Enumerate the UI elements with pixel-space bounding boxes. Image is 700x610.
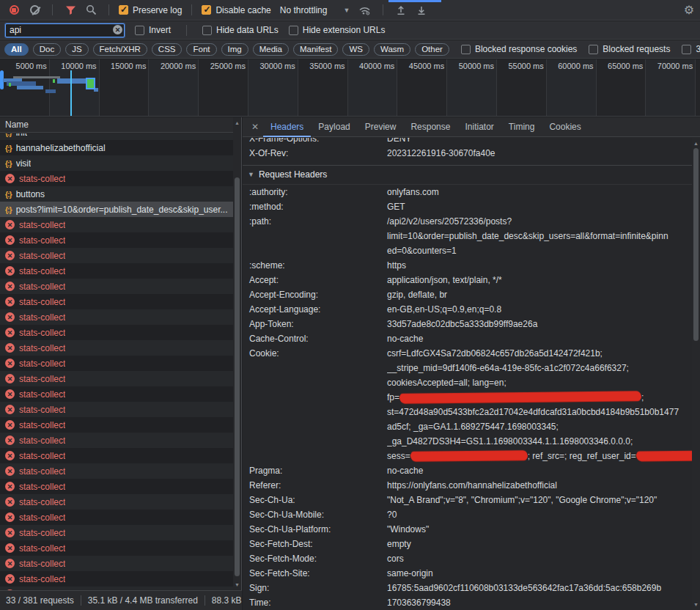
hide-extension-urls-checkbox[interactable]: Hide extension URLs [289,25,386,35]
network-conditions-button[interactable] [357,2,373,18]
filter-pill-all[interactable]: All [4,43,29,56]
request-row[interactable]: ✕stats-collect [0,340,233,356]
overview-tick-label: 30000 ms [259,62,295,70]
request-row[interactable]: ✕stats-collect [0,232,233,248]
clear-filter-icon[interactable]: ✕ [113,25,122,34]
request-row[interactable]: {:}init [0,133,233,140]
scroll-up-icon[interactable]: ▲ [233,119,241,127]
request-list-viewport: {:}init{:}hannahelizabethofficial{:}visi… [0,133,233,590]
error-icon: ✕ [5,297,15,306]
details-scrollbar[interactable]: ▲ ▼ [692,138,700,610]
close-details-button[interactable]: ✕ [248,122,262,132]
request-row[interactable]: ✕stats-collect [0,417,233,433]
network-overview[interactable]: 5000 ms10000 ms15000 ms20000 ms25000 ms3… [0,59,700,117]
search-button[interactable] [83,2,99,18]
invert-label: Invert [149,25,171,35]
filter-pill-img[interactable]: Img [221,43,248,56]
throttling-dropdown[interactable]: No throttling ▼ [280,5,350,15]
checkbox-3rd-party-requests[interactable]: 3rd-party requests [682,44,700,54]
json-icon: {:} [5,190,12,199]
overview-tick-label: 70000 ms [657,62,693,70]
checkbox-blocked-requests[interactable]: Blocked requests [589,44,670,54]
request-list-scrollbar[interactable]: ▲ ▼ [233,117,241,590]
name-column-header[interactable]: Name [0,117,241,133]
hide-data-urls-checkbox[interactable]: Hide data URLs [202,25,279,35]
settings-button[interactable]: ⚙ [684,4,694,16]
request-row[interactable]: ✕stats-collect [0,386,233,402]
checkbox-blocked-response-cookies[interactable]: Blocked response cookies [461,44,577,54]
request-row[interactable]: ✕stats-collect [0,309,233,325]
request-row[interactable]: ✕stats-collect [0,217,233,232]
section-title: Request Headers [259,169,327,180]
request-row[interactable]: ✕stats-collect [0,294,233,309]
filter-toggle-button[interactable] [62,2,78,18]
request-row[interactable]: ✕stats-collect [0,433,233,448]
request-row[interactable]: ✕stats-collect [0,556,233,571]
preserve-log-label: Preserve log [133,5,182,15]
scroll-down-icon[interactable]: ▼ [233,581,241,589]
preserve-log-checkbox[interactable]: Preserve log [119,5,182,15]
filter-input[interactable] [5,23,125,37]
request-row[interactable]: {:}visit [0,155,233,171]
request-row[interactable]: ✕stats-collect [0,525,233,540]
header-value-line: sess=; ref_src=; reg_ref_user_id= [387,449,692,463]
scroll-up-icon[interactable]: ▲ [692,139,700,147]
tab-headers[interactable]: Headers [263,117,311,137]
filter-pill-wasm[interactable]: Wasm [374,43,410,56]
error-icon: ✕ [5,220,15,229]
filter-pill-other[interactable]: Other [415,43,449,56]
invert-checkbox[interactable]: Invert [135,25,171,35]
request-name: stats-collect [19,374,65,384]
header-row: Sign:16785:5aad9602cf110608b03133de56364… [243,581,692,595]
request-row[interactable]: ✕stats-collect [0,463,233,479]
tab-payload[interactable]: Payload [311,117,357,137]
tab-cookies[interactable]: Cookies [542,117,588,137]
request-row[interactable]: ✕stats-collect [0,571,233,587]
request-row[interactable]: ✕stats-collect [0,171,233,186]
request-row[interactable]: ✕stats-collect [0,325,233,340]
request-row[interactable]: ✕stats-collect [0,479,233,494]
request-row[interactable]: ✕stats-collect [0,248,233,263]
filter-pill-js[interactable]: JS [65,43,88,56]
tab-timing[interactable]: Timing [501,117,542,137]
request-row[interactable]: ✕stats-collect [0,402,233,417]
filter-pill-doc[interactable]: Doc [33,43,61,56]
filter-pill-ws[interactable]: WS [342,43,369,56]
disable-cache-checkbox[interactable]: Disable cache [202,5,270,15]
filter-pill-media[interactable]: Media [253,43,289,56]
request-row[interactable]: ✕stats-collect [0,448,233,463]
tab-preview[interactable]: Preview [358,117,404,137]
request-row[interactable]: {:}hannahelizabethofficial [0,140,233,155]
export-har-button[interactable] [413,2,430,18]
scrollbar-thumb[interactable] [235,177,240,576]
clear-button[interactable] [26,2,43,18]
request-row[interactable]: ✕stats-collect [0,510,233,525]
filter-pill-manifest[interactable]: Manifest [293,43,338,56]
header-name: Accept-Encoding: [243,287,387,302]
record-button[interactable] [6,2,22,18]
request-row[interactable]: ✕stats-collect [0,279,233,294]
checkbox-checked-icon [202,5,211,15]
request-row[interactable]: ✕stats-collect [0,356,233,371]
header-value-line: __stripe_mid=9df140f6-e64a-419e-85fc-a1c… [387,361,692,375]
scroll-down-icon[interactable]: ▼ [692,600,700,609]
tab-response[interactable]: Response [403,117,457,137]
request-row[interactable]: ✕stats-collect [0,371,233,386]
request-name: buttons [16,189,45,199]
import-har-button[interactable] [393,2,409,18]
request-row[interactable]: ✕stats-collect [0,540,233,556]
request-headers-section-header[interactable]: ▼ Request Headers [243,165,692,185]
scrollbar-thumb[interactable] [693,148,699,341]
header-row: Accept-Language:en-GB,en-US;q=0.9,en;q=0… [243,302,692,317]
request-row[interactable]: {:}buttons [0,186,233,202]
request-name: stats-collect [19,405,65,415]
filter-pill-css[interactable]: CSS [152,43,183,56]
tab-initiator[interactable]: Initiator [457,117,501,137]
request-row[interactable]: ✕stats-collect [0,263,233,279]
overview-tick-label: 5000 ms [16,62,47,70]
filter-pill-font[interactable]: Font [186,43,216,56]
request-row[interactable]: ✕stats-collect [0,494,233,510]
filter-pill-fetch-xhr[interactable]: Fetch/XHR [93,43,147,56]
overview-column: 65000 ms [597,59,646,116]
request-row[interactable]: {:}posts?limit=10&order=publish_date_des… [0,202,233,217]
